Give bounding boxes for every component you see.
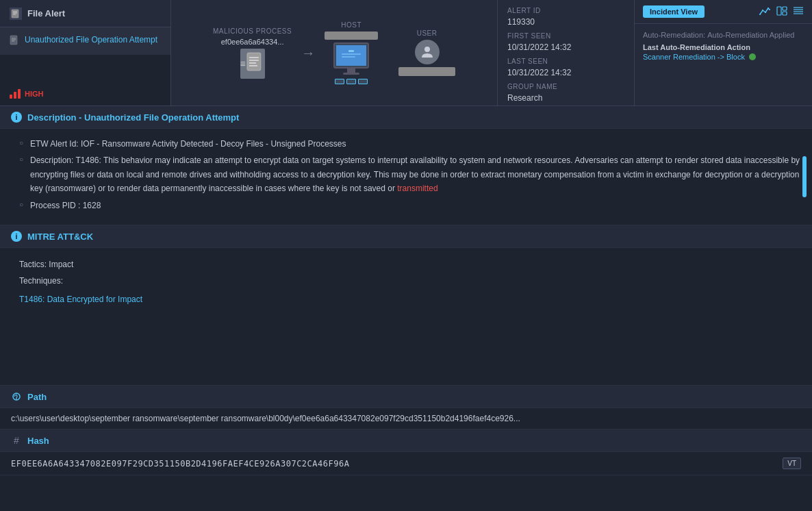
scanner-remediation-value: Scanner Remediation -> Block (643, 53, 804, 61)
bar-3 (18, 89, 21, 99)
file-icon (10, 35, 19, 48)
svg-point-21 (767, 8, 769, 9)
svg-rect-4 (10, 36, 17, 45)
svg-rect-14 (342, 53, 361, 55)
svg-point-19 (762, 10, 763, 11)
first-seen-label: FIRST SEEN (507, 32, 624, 40)
description-section: i Description - Unauthorized File Operat… (0, 106, 812, 225)
hash-row: EF0EE6A6A643347082E097F29CD351150B2D4196… (0, 452, 812, 475)
mitre-section: i MITRE ATT&CK Tactics: Impact Technique… (0, 225, 812, 386)
hash-section: # Hash EF0EE6A6A643347082E097F29CD351150… (0, 429, 812, 475)
group-name-label: GROUP NAME (507, 83, 624, 90)
layout-icon[interactable] (776, 6, 787, 18)
severity-label: HIGH (25, 90, 44, 98)
svg-rect-16 (348, 50, 354, 52)
last-seen-label: LAST SEEN (507, 58, 624, 65)
techniques-row: Techniques: (19, 273, 801, 289)
user-avatar-icon (415, 40, 440, 64)
mitre-info-icon: i (11, 231, 22, 242)
monitor-icon (333, 42, 369, 68)
incident-toolbar-icons (759, 6, 804, 18)
last-action-row: Last Auto-Remediation Action Scanner Rem… (643, 43, 804, 61)
svg-rect-25 (783, 12, 787, 15)
monitor-base (343, 73, 359, 75)
description-title: Description - Unauthorized File Operatio… (27, 112, 239, 123)
group-name-value: Research (507, 93, 624, 103)
scroll-indicator (802, 156, 807, 197)
severity-bars (10, 89, 21, 99)
sidebar-item-label: Unauthorized File Operation Attempt (25, 34, 157, 46)
incident-view-button[interactable]: Incident View (643, 5, 705, 18)
tactics-row: Tactics: Impact (19, 256, 801, 273)
tactics-label: Tactics: (19, 260, 47, 269)
mitre-header: i MITRE ATT&CK (0, 225, 812, 248)
host-ctrl-2[interactable] (346, 79, 356, 84)
techniques-label: Techniques: (19, 276, 63, 286)
description-item-1: ETW Alert Id: IOF - Ransomware Activity … (19, 137, 801, 151)
host-ctrl-1[interactable] (335, 79, 344, 84)
green-status-dot (749, 53, 756, 60)
hash-title: Hash (27, 436, 49, 446)
technique-links: T1486: Data Encrypted for Impact (19, 292, 801, 306)
file-alert-header: File Alert (0, 0, 170, 27)
path-section: Path c:\users\user\desktop\september ran… (0, 386, 812, 429)
auto-remediation-row: Auto-Remediation: Auto-Remediation Appli… (643, 31, 804, 39)
bar-2 (14, 92, 16, 99)
last-action-label: Last Auto-Remediation Action (643, 43, 804, 51)
list-icon[interactable] (793, 6, 804, 18)
main-content: i Description - Unauthorized File Operat… (0, 106, 812, 475)
tactics-value: Impact (49, 260, 73, 269)
path-value: c:\users\user\desktop\september ransomwa… (0, 408, 812, 429)
mitre-body: Tactics: Impact Techniques: T1486: Data … (0, 248, 812, 385)
svg-rect-15 (342, 56, 355, 58)
host-value: ██████████ (325, 32, 378, 40)
svg-rect-0 (12, 10, 18, 18)
technique-link-1[interactable]: T1486: Data Encrypted for Impact (19, 295, 142, 304)
file-alert-icon (10, 8, 22, 20)
chart-icon[interactable] (759, 6, 771, 18)
process-flow-section: MALICIOUS PROCESS ef0ee6a6a64334... → HO… (171, 0, 497, 105)
info-icon: i (11, 112, 22, 123)
file-alert-title: File Alert (27, 8, 65, 18)
hash-value: EF0EE6A6A643347082E097F29CD351150B2D4196… (11, 459, 349, 469)
auto-remediation-label: Auto-Remediation: Auto-Remediation Appli… (643, 31, 804, 39)
sidebar: File Alert Unauthorized File Operation A… (0, 0, 171, 105)
path-title: Path (27, 392, 47, 402)
malicious-process-value: ef0ee6a6a64334... (221, 38, 284, 46)
svg-rect-23 (777, 7, 781, 15)
last-seen-value: 10/31/2022 14:32 (507, 68, 624, 77)
user-box: USER ██████████ (398, 29, 455, 76)
svg-point-20 (765, 12, 766, 13)
user-value: ██████████ (398, 67, 455, 76)
path-icon (11, 391, 22, 402)
user-label: USER (417, 29, 437, 37)
malicious-process-label: MALICIOUS PROCESS (213, 27, 292, 35)
malicious-process-box: MALICIOUS PROCESS ef0ee6a6a64334... (213, 27, 292, 79)
incident-body: Auto-Remediation: Auto-Remediation Appli… (635, 24, 812, 68)
document-icon (240, 49, 265, 79)
host-ctrl-3[interactable] (358, 79, 368, 84)
alert-id-value: 119330 (507, 17, 624, 27)
highlight-transmitted: transmitted (397, 184, 437, 193)
vt-button[interactable]: VT (783, 458, 801, 469)
host-controls[interactable] (335, 79, 368, 84)
monitor-screen (336, 45, 366, 66)
svg-point-17 (424, 47, 430, 52)
incident-header: Incident View (635, 0, 812, 24)
severity-indicator: HIGH (0, 82, 170, 105)
svg-point-18 (759, 14, 761, 15)
svg-point-31 (16, 393, 17, 395)
path-header: Path (0, 386, 812, 408)
host-label: HOST (341, 21, 361, 29)
description-body: ETW Alert Id: IOF - Ransomware Activity … (0, 129, 812, 225)
bar-1 (10, 95, 12, 99)
hash-header: # Hash (0, 429, 812, 452)
incident-panel: Incident View (634, 0, 812, 105)
sidebar-item-unauthorized[interactable]: Unauthorized File Operation Attempt (0, 27, 170, 55)
description-header: i Description - Unauthorized File Operat… (0, 106, 812, 129)
meta-section: ALERT ID 119330 FIRST SEEN 10/31/2022 14… (497, 0, 634, 105)
description-item-2: Description: T1486: This behavior may in… (19, 153, 801, 195)
process-flow: MALICIOUS PROCESS ef0ee6a6a64334... → HO… (213, 21, 455, 84)
svg-rect-24 (783, 7, 787, 10)
description-list: ETW Alert Id: IOF - Ransomware Activity … (19, 137, 801, 212)
